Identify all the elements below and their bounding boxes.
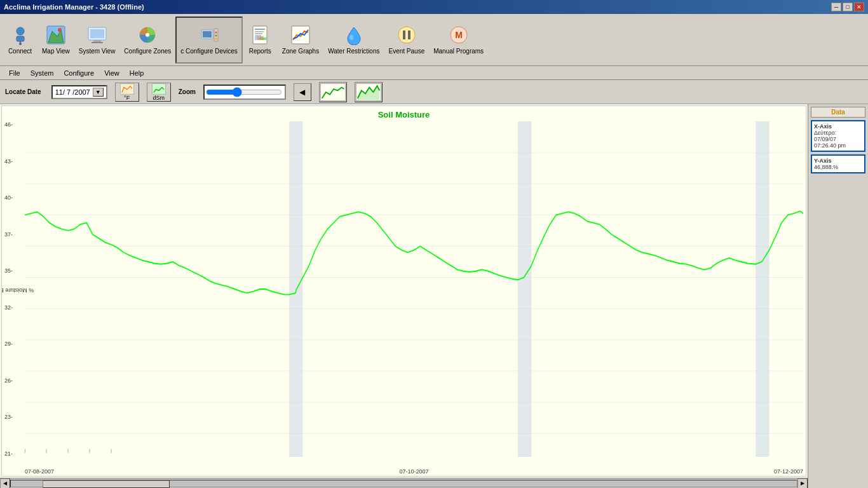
map-icon [46,25,66,45]
svg-rect-7 [90,29,104,38]
reports-label: Reports [249,48,271,55]
toolbar-event-pause[interactable]: Event Pause [384,17,429,64]
svg-rect-25 [292,26,309,44]
fahrenheit-label: °F [124,95,130,101]
x-axis-line1: Δεύτερο: [814,130,862,136]
svg-point-5 [58,28,62,32]
svg-rect-20 [255,31,264,32]
devices-icon [199,25,219,45]
toolbar-system-view[interactable]: System View [74,17,120,64]
toolbar-water-restrictions[interactable]: Water Restrictions [323,17,384,64]
menu-system[interactable]: System [25,68,59,78]
x-axis-line3: 07:26.40 pm [814,142,862,149]
connect-label: Connect [8,48,32,55]
y-label-46: 46- [4,121,25,128]
data-label: Data [811,107,865,118]
manual-programs-label: Manual Programs [433,48,484,55]
window-controls: ─ □ ✕ [831,3,864,11]
toolbar-reports[interactable]: Reports [243,17,278,64]
svg-rect-9 [92,42,103,43]
system-icon [87,25,107,45]
scroll-left-button[interactable]: ◀ [0,478,10,489]
zoom-label: Zoom [179,88,196,95]
zoom-slider-container [203,85,286,100]
water-restrictions-label: Water Restrictions [328,48,379,55]
menu-help[interactable]: Help [125,68,149,78]
svg-point-15 [215,32,217,34]
x-axis-labels: 07-08-2007 07-10-2007 07-12-2007 [25,468,803,475]
horizontal-scrollbar: ◀ ▶ [0,478,808,488]
locate-date-label: Locate Date [5,88,41,95]
date-value: 11/ 7 /2007 [55,88,90,96]
svg-rect-48 [518,121,531,457]
menu-file[interactable]: File [4,68,25,78]
svg-rect-19 [255,29,265,30]
control-bar: Locate Date 11/ 7 /2007 ▼ °F dSm Zoom ◀ [0,80,868,104]
main-content: Soil Moisture [0,104,868,488]
svg-rect-8 [93,40,101,42]
y-label-21: 21- [4,451,25,457]
y-label-35: 35- [4,268,25,274]
zone-graphs-label: Zone Graphs [282,48,319,55]
y-axis-title: % Moisture By Volume [1,288,35,294]
configure-devices-label: c Configure Devices [180,48,237,55]
dsm-button[interactable]: dSm [147,83,171,102]
svg-rect-47 [289,121,302,457]
graph-type-2-button[interactable] [355,82,383,102]
svg-point-3 [19,43,22,45]
scrollbar-track[interactable] [10,480,797,487]
zones-icon [137,25,158,45]
y-label-26: 26- [4,377,25,384]
pause-icon [397,25,417,45]
svg-rect-1 [17,36,24,41]
menu-configure[interactable]: Configure [58,68,99,78]
close-button[interactable]: ✕ [854,3,864,11]
toolbar-manual-programs[interactable]: M Manual Programs [429,17,488,64]
svg-point-26 [349,35,353,40]
scrollbar-thumb[interactable] [43,480,170,488]
y-label-23: 23- [4,414,25,420]
svg-point-11 [146,33,149,37]
toolbar-zone-graphs[interactable]: Zone Graphs [278,17,323,64]
chart-wrapper: Soil Moisture [0,104,808,488]
graph-type-1-button[interactable] [319,82,347,102]
reports-icon [250,25,270,45]
x-axis-title: X-Axis [814,123,862,130]
chart-area: Soil Moisture [1,105,806,477]
toolbar-configure-zones[interactable]: Configure Zones [119,17,175,64]
y-label-29: 29- [4,341,25,347]
scroll-right-button[interactable]: ▶ [797,478,808,489]
svg-rect-24 [260,37,266,40]
svg-text:M: M [455,30,463,40]
toolbar-configure-devices[interactable]: c Configure Devices [175,17,242,64]
svg-rect-49 [756,121,769,457]
svg-rect-36 [25,121,803,457]
svg-point-17 [215,38,217,40]
toolbar: Connect Map View System View [0,14,868,66]
fahrenheit-button[interactable]: °F [115,83,139,102]
zoom-slider[interactable] [206,87,282,97]
nav-left-button[interactable]: ◀ [294,83,311,101]
menu-bar: File System Configure View Help [0,66,868,80]
toolbar-map-view[interactable]: Map View [37,17,74,64]
y-axis-label-text: % Moisture By Volume [1,287,34,294]
svg-rect-34 [320,83,346,100]
x-axis-box: X-Axis Δεύτερο: 07/09/07 07:26.40 pm [811,120,865,152]
x-label-date3: 07-12-2007 [774,468,803,475]
svg-point-27 [398,27,415,43]
menu-view[interactable]: View [99,68,125,78]
svg-rect-28 [403,30,405,39]
y-label-43: 43- [4,158,25,165]
y-label-40: 40- [4,194,25,201]
x-label-date2: 07-10-2007 [399,468,428,475]
maximize-button[interactable]: □ [843,3,853,11]
x-axis-line2: 07/09/07 [814,136,862,142]
toolbar-connect[interactable]: Connect [3,17,37,64]
graphs-icon [290,25,311,45]
water-icon [344,25,364,45]
date-input[interactable]: 11/ 7 /2007 ▼ [51,85,107,99]
date-dropdown-button[interactable]: ▼ [93,88,104,97]
minimize-button[interactable]: ─ [831,3,841,11]
svg-rect-13 [203,31,212,37]
svg-rect-21 [255,33,262,34]
